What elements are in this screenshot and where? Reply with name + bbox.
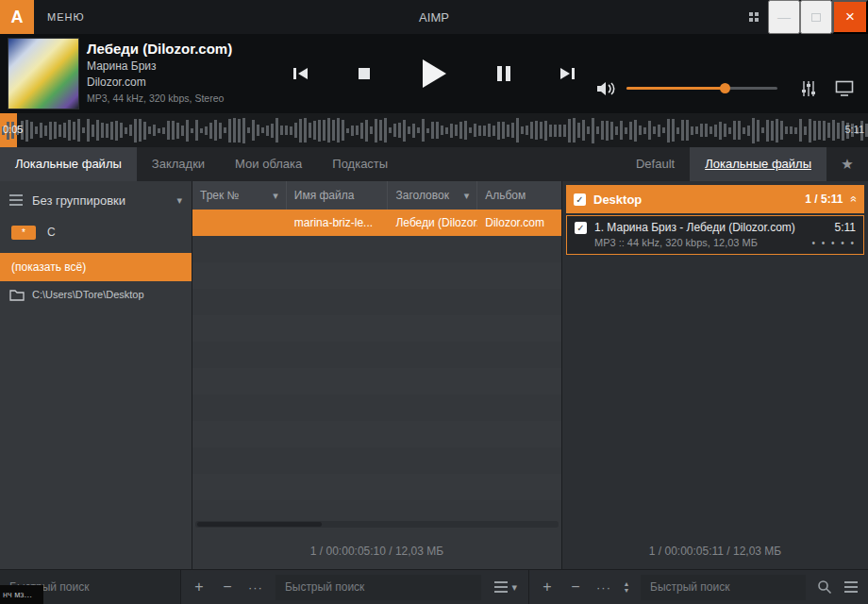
playlist-status: 1 / 00:00:05:11 / 12,03 МБ [562,545,868,558]
tab-clouds[interactable]: Мои облака [220,147,317,181]
background-window-fragment: нч мз… [0,585,43,604]
playlist-checkbox[interactable]: ✓ [574,193,586,206]
file-table-status: 1 / 00:00:05:10 / 12,03 МБ [192,545,561,558]
titlebar: A МЕНЮ AIMP — × [0,0,868,34]
playlist-item[interactable]: ✓ 1. Марина Бриз - Лебеди (Dilozor.com) … [566,215,864,255]
maximize-button[interactable] [800,0,832,34]
next-button[interactable] [551,58,583,90]
add-files-button[interactable]: + [185,574,213,600]
rating-dots[interactable]: • • • • • [811,238,856,248]
track-title: Лебеди (Dilozor.com) [87,41,285,57]
drive-label: C [47,226,56,239]
playlist-menu-button[interactable] [838,574,864,600]
display-button[interactable] [832,77,857,100]
file-table-toolbar: + − ··· ▾ [181,570,529,604]
pause-button[interactable] [488,58,520,90]
window-title: AIMP [0,10,868,25]
view-mode-button[interactable]: ▾ [487,579,525,596]
close-button[interactable]: × [832,0,868,34]
elapsed-time: 0:05 [3,124,23,135]
waveform-bars[interactable] [0,113,868,147]
remove-track-button[interactable]: − [561,574,590,600]
sort-spinner[interactable]: ▲ ▼ [618,580,635,594]
equalizer-button[interactable] [796,77,821,100]
list-view-icon [494,579,508,596]
sort-caret-icon: ▾ [460,190,470,202]
seekbar[interactable]: 0:05 5:11 [0,113,868,147]
playlist-summary: 1 / 5:11 [805,193,843,206]
sort-down-icon[interactable]: ▼ [618,587,635,594]
folder-icon [9,288,25,301]
grouping-dropdown[interactable]: Без группировки ▾ [0,181,192,219]
more-playlist-options-button[interactable]: ··· [590,574,618,600]
cell-album: Dilozor.com [477,210,561,236]
file-table-search-input[interactable] [275,575,482,600]
column-title[interactable]: Заголовок ▾ [388,181,477,210]
track-source: Dilozor.com [87,76,285,89]
player-panel: Лебеди (Dilozor.com) Марина Бриз Dilozor… [0,34,868,113]
menu-icon [844,579,858,596]
album-art[interactable] [8,38,79,109]
show-all-button[interactable]: (показать всё) [0,253,192,281]
playlist-item-duration: 5:11 [835,221,856,234]
playlist-pane: ✓ Desktop 1 / 5:11 » ✓ 1. Марина Бриз - … [562,181,868,569]
folder-item[interactable]: C:\Users\DTore\Desktop [0,281,192,308]
file-browser-sidebar: Без группировки ▾ * C (показать всё) C:\… [0,181,192,569]
chevron-down-icon: ▾ [176,194,182,207]
add-track-button[interactable]: + [533,574,561,600]
volume-slider[interactable] [626,87,777,90]
equalizer-icon [800,80,817,97]
volume-mute-button[interactable] [594,77,619,100]
horizontal-scrollbar[interactable] [195,521,559,528]
chevron-down-icon: ▾ [511,581,517,594]
grouping-label: Без группировки [32,193,176,208]
volume-handle[interactable] [720,83,730,93]
folder-path-label: C:\Users\DTore\Desktop [32,289,144,300]
plugins-grid-icon[interactable] [749,12,759,22]
sort-caret-icon: ▾ [269,190,278,202]
remove-files-button[interactable]: − [213,574,242,600]
column-track-no-label: Трек № [200,189,239,202]
main-menu-button[interactable]: МЕНЮ [34,0,98,34]
column-track-no[interactable]: Трек № ▾ [192,181,287,210]
search-button[interactable] [811,574,838,600]
playlist-search-input[interactable] [641,575,806,600]
cell-filename: marina-briz-le... [287,210,389,236]
maximize-icon [811,13,821,22]
pause-icon [496,65,511,82]
tabbar: Локальные файлы Закладки Мои облака Подк… [0,147,868,181]
column-filename[interactable]: Имя файла [287,181,389,210]
playlist-item-title: 1. Марина Бриз - Лебеди (Dilozor.com) [594,221,835,234]
column-title-label: Заголовок [395,189,448,202]
column-album[interactable]: Альбом [477,181,561,210]
track-format: MP3, 44 kHz, 320 kbps, Stereo [87,92,285,104]
playlist-tab-local-files[interactable]: Локальные файлы [690,147,826,181]
collapse-group-icon[interactable]: » [847,196,860,203]
app-logo[interactable]: A [0,0,34,34]
sort-up-icon[interactable]: ▲ [618,580,635,587]
next-icon [559,66,576,81]
bookmark-star-icon[interactable]: ★ [826,147,868,181]
aimp-window: A МЕНЮ AIMP — × Лебеди (Dilozor.com) Мар… [0,0,868,604]
playlist-header[interactable]: ✓ Desktop 1 / 5:11 » [566,185,864,213]
playlist-toolbar: + − ··· ▲ ▼ [529,570,868,604]
volume-fill [626,87,725,90]
column-filename-label: Имя файла [294,189,355,202]
more-options-button[interactable]: ··· [242,574,270,600]
table-row[interactable]: marina-briz-le... Лебеди (Dilozor... Dil… [192,210,561,236]
tab-local-files[interactable]: Локальные файлы [0,147,137,181]
play-icon [421,59,447,89]
tab-podcasts[interactable]: Подкасты [317,147,403,181]
tab-bookmarks[interactable]: Закладки [137,147,220,181]
playlist-tab-default[interactable]: Default [621,147,690,181]
stop-icon [358,67,371,80]
stop-button[interactable] [348,58,380,90]
previous-button[interactable] [285,58,317,90]
file-table: Трек № ▾ Имя файла Заголовок ▾ Альбом ma… [192,181,562,569]
minimize-button[interactable]: — [768,0,800,34]
play-button[interactable] [411,51,457,96]
app-logo-letter: A [11,8,24,27]
track-checkbox[interactable]: ✓ [575,222,587,234]
scrollbar-thumb[interactable] [197,522,322,527]
drive-item[interactable]: * C [0,219,192,245]
